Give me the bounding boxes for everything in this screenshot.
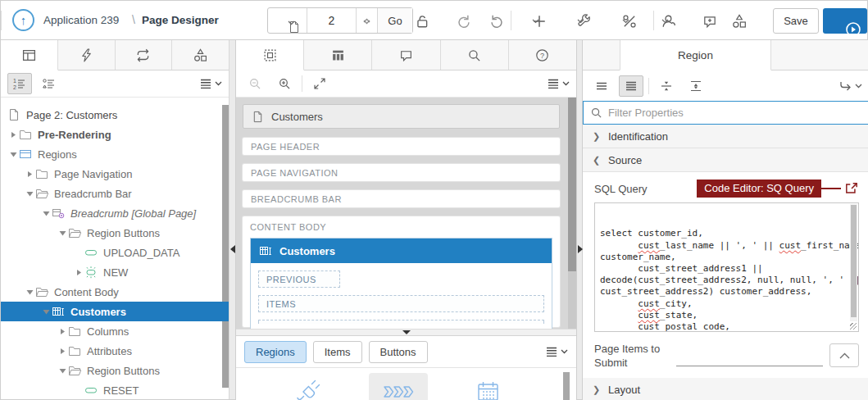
go-button[interactable]: Go <box>378 8 412 33</box>
tree-collapse-arrow[interactable] <box>24 191 35 197</box>
expand-all-button[interactable] <box>684 75 708 97</box>
run-page-button[interactable] <box>823 8 867 34</box>
collapse-up-button[interactable] <box>829 343 859 367</box>
tab-page-search[interactable] <box>441 40 509 70</box>
tree-node-upload-data[interactable]: UPLOAD_DATA <box>1 243 229 262</box>
tree-collapse-arrow[interactable] <box>40 211 52 216</box>
undo-icon[interactable] <box>457 12 475 30</box>
lock-open-icon[interactable] <box>415 12 433 30</box>
zoom-out-button[interactable] <box>243 73 267 94</box>
folder-icon <box>68 344 82 357</box>
tab-help[interactable]: ? <box>509 40 576 70</box>
tree-node-regions[interactable]: Regions <box>1 144 229 164</box>
redo-icon[interactable] <box>489 12 507 30</box>
goto-group-button[interactable] <box>838 80 862 93</box>
compact-view-button[interactable] <box>589 75 614 97</box>
tree-collapse-arrow[interactable] <box>7 152 19 157</box>
order-by-type-button[interactable] <box>37 73 61 94</box>
filter-properties-input[interactable] <box>608 107 861 119</box>
gallery-component-calendar-icon[interactable] <box>459 373 518 400</box>
tree-menu-button[interactable] <box>199 77 222 90</box>
tab-rendering[interactable] <box>1 40 58 70</box>
customize-tools-icon[interactable] <box>622 12 640 30</box>
tree-collapse-arrow[interactable] <box>24 289 35 295</box>
collapse-all-button[interactable] <box>654 75 679 97</box>
canvas-slot-breadcrumb-bar[interactable]: BREADCRUMB BAR <box>243 190 560 207</box>
zoom-in-button[interactable] <box>272 73 297 94</box>
canvas-scrollbar[interactable] <box>568 98 576 329</box>
tree-expand-arrow[interactable] <box>24 170 35 178</box>
tree-node-page-navigation[interactable]: Page Navigation <box>1 164 229 184</box>
page-number-input[interactable] <box>307 8 356 33</box>
tab-grid[interactable] <box>304 40 372 70</box>
save-button[interactable]: Save <box>773 8 819 34</box>
content-body-slot[interactable]: CONTENT BODY Customers PREVIOUS ITEMS <box>243 216 560 327</box>
tree-node-pre-rendering[interactable]: Pre-Rendering <box>1 125 229 144</box>
tab-processing[interactable] <box>116 40 173 70</box>
tab-messages[interactable] <box>372 40 440 70</box>
tree-node-customers[interactable]: Customers <box>1 302 229 321</box>
page-picker-button[interactable] <box>268 8 307 33</box>
team-dev-icon[interactable] <box>661 12 679 30</box>
tab-layout[interactable] <box>236 40 304 70</box>
sql-code-line: customer_name, <box>600 252 847 263</box>
canvas-region-customers[interactable]: Customers PREVIOUS ITEMS <box>250 238 552 329</box>
expand-button[interactable] <box>307 73 332 94</box>
textarea-scrollbar[interactable] <box>850 204 857 321</box>
sql-query-textarea[interactable]: select customer_id, cust_last_name || ',… <box>594 202 859 332</box>
placeholder-previous[interactable]: PREVIOUS <box>258 270 340 288</box>
tree-expand-arrow[interactable] <box>73 269 84 276</box>
layout-menu-button[interactable] <box>547 77 570 90</box>
right-splitter[interactable] <box>576 40 583 399</box>
gallery-scrollbar[interactable] <box>563 372 570 400</box>
gallery-tab-items[interactable]: Items <box>313 341 362 363</box>
shared-components-icon[interactable] <box>732 12 750 30</box>
tree-scrollbar[interactable] <box>222 105 229 388</box>
textarea-resize-handle[interactable] <box>849 322 857 330</box>
section-source[interactable]: ❮︎ Source <box>583 148 868 172</box>
tree-node-breadcrumb-bar[interactable]: Breadcrumb Bar <box>1 184 229 203</box>
gallery-component-plug-icon[interactable] <box>279 373 338 400</box>
tab-dynamic-actions[interactable] <box>58 40 116 70</box>
tree-node-columns[interactable]: Columns <box>1 321 229 341</box>
open-code-editor-icon[interactable] <box>844 181 859 196</box>
detail-view-button[interactable] <box>619 75 643 97</box>
gallery-menu-button[interactable] <box>545 345 568 358</box>
tree-node-content-body[interactable]: Content Body <box>1 282 229 302</box>
tab-page-shared-components[interactable] <box>172 40 229 70</box>
tree-collapse-arrow[interactable] <box>57 368 68 374</box>
order-by-sequence-button[interactable]: 12 <box>7 73 32 94</box>
tree-node-region-buttons[interactable]: Region Buttons <box>1 361 229 380</box>
tree-expand-arrow[interactable] <box>57 328 68 335</box>
utilities-wrench-icon[interactable] <box>577 12 595 30</box>
section-layout[interactable]: ❯ Layout <box>583 378 868 400</box>
tab-region[interactable]: Region <box>620 40 771 70</box>
tree-collapse-arrow[interactable] <box>57 230 68 236</box>
page-items-to-submit-input[interactable] <box>676 347 823 366</box>
tree-node-breadcrumb-global-page-[interactable]: Breadcrumb [Global Page] <box>1 203 229 223</box>
page-number-stepper[interactable] <box>357 8 378 33</box>
gallery-component-chevrons-icon[interactable] <box>369 373 428 400</box>
breadcrumb-application[interactable]: Application 239 <box>43 14 119 26</box>
tree-collapse-arrow[interactable] <box>40 309 52 315</box>
left-splitter[interactable] <box>229 40 236 399</box>
gallery-tab-buttons[interactable]: Buttons <box>369 341 428 363</box>
tree-node-page-2-customers[interactable]: Page 2: Customers <box>1 105 229 125</box>
canvas-slot-page-navigation[interactable]: PAGE NAVIGATION <box>243 164 560 181</box>
canvas-page[interactable]: Customers <box>243 104 560 129</box>
tree-node-new[interactable]: NEW <box>1 262 229 282</box>
create-plus-icon[interactable] <box>532 12 550 30</box>
tree-expand-arrow[interactable] <box>57 348 68 355</box>
apex-home-icon[interactable]: ↑ <box>12 9 34 31</box>
source-body: SQL Query Code Editor: SQ Query select c… <box>583 172 868 378</box>
canvas-slot-page-header[interactable]: PAGE HEADER <box>243 138 560 155</box>
feedback-icon[interactable] <box>702 12 720 30</box>
tree-node-attributes[interactable]: Attributes <box>1 341 229 361</box>
section-identification[interactable]: ❯ Identification <box>583 125 868 148</box>
tree-node-region-buttons[interactable]: Region Buttons <box>1 223 229 243</box>
gallery-tab-regions[interactable]: Regions <box>244 341 307 363</box>
tree-expand-arrow[interactable] <box>7 131 19 139</box>
placeholder-items[interactable]: ITEMS <box>258 295 544 312</box>
gallery-splitter[interactable] <box>236 329 576 336</box>
tree-node-reset[interactable]: RESET <box>1 380 229 399</box>
